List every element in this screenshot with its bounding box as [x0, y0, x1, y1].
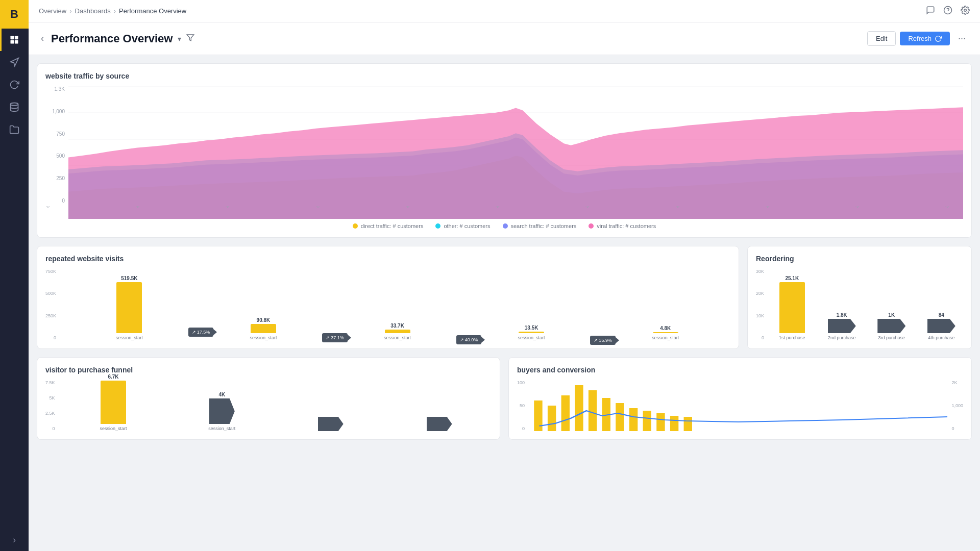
- svg-rect-29: [670, 416, 678, 431]
- more-options-icon[interactable]: ···: [954, 31, 970, 46]
- reorder-bar2-arrow: [828, 319, 856, 333]
- legend-search: search traffic: # customers: [503, 223, 577, 229]
- buyers-conversion-title: buyers and conversion: [517, 366, 963, 374]
- repeated-visits-title: repeated website visits: [45, 255, 730, 263]
- visits-bar-2: ↗17.5% 90.8K session_start: [199, 317, 329, 340]
- reorder-bar2-label: 2nd purchase: [828, 335, 856, 340]
- svg-rect-30: [684, 417, 692, 431]
- sidebar-item-dashboard[interactable]: [0, 29, 29, 51]
- bar5-rect: [653, 332, 678, 333]
- funnel-bar1-rect: [101, 381, 126, 424]
- svg-rect-19: [534, 400, 542, 431]
- middle-row: repeated website visits 750K 500K 250K 0…: [37, 246, 972, 349]
- content-area: website traffic by source 1.3K 1,000 750…: [29, 55, 980, 551]
- bar1-value: 519.5K: [121, 276, 137, 281]
- x-axis-labels: 2017-12-31 2018-03-11 2018-05-30 2018-08…: [45, 206, 963, 219]
- reorder-bar3-arrow: [877, 319, 905, 333]
- reorder-bar1-value: 25.1K: [785, 276, 799, 281]
- settings-icon[interactable]: [961, 6, 970, 17]
- svg-marker-8: [187, 35, 194, 41]
- funnel-bar4-arrow: [427, 417, 452, 431]
- dashboard-header: ‹ Performance Overview ▾ Edit Refresh ··…: [29, 22, 980, 55]
- bar3-pct: 37.1%: [331, 335, 344, 340]
- traffic-chart-title: website traffic by source: [45, 72, 963, 80]
- sidebar-item-database[interactable]: [0, 96, 29, 118]
- bar2-value: 90.8K: [257, 317, 271, 323]
- funnel-y-axis: 7.5K 5K 2.5K 0: [45, 380, 55, 431]
- bar5-arrow: ↗35.9%: [590, 336, 616, 345]
- funnel-bar3-arrow: [318, 417, 344, 431]
- app-logo: B: [0, 0, 29, 29]
- svg-point-7: [964, 9, 967, 11]
- reorder-bar4-value: 84: [939, 312, 944, 318]
- svg-marker-18: [68, 107, 963, 219]
- funnel-bar2-arrow: [209, 398, 235, 424]
- funnel-bar1-value: 6.7K: [108, 374, 118, 380]
- bar3-arrow: ↗37.1%: [322, 333, 348, 342]
- title-area: ‹ Performance Overview ▾: [39, 31, 194, 46]
- bar1-rect: [116, 282, 142, 333]
- breadcrumb-dashboards[interactable]: Dashboards: [75, 7, 111, 15]
- visits-y-axis: 750K 500K 250K 0: [45, 269, 56, 340]
- refresh-button[interactable]: Refresh: [900, 32, 950, 45]
- reorder-bar1-label: 1st purchase: [779, 335, 805, 340]
- breadcrumb-sep-1: ›: [69, 7, 71, 15]
- breadcrumb-overview[interactable]: Overview: [39, 7, 66, 15]
- bar4-pct: 40.0%: [465, 337, 478, 342]
- chat-icon[interactable]: [926, 6, 935, 17]
- bar2-arrow: ↗17.5%: [188, 328, 214, 337]
- y-axis-labels: 1.3K 1,000 750 500 250 0: [45, 86, 67, 204]
- visits-bar-4: ↗40.0% 13.5K session_start: [467, 325, 597, 340]
- filter-icon[interactable]: [186, 34, 194, 44]
- sidebar-item-folder[interactable]: [0, 118, 29, 141]
- legend-label-viral: viral traffic: # customers: [597, 223, 656, 229]
- visits-bars-area: 519.5K session_start ↗17.5% 90.8K: [64, 269, 730, 340]
- edit-button[interactable]: Edit: [867, 31, 896, 46]
- visits-bar-5: ↗35.9% 4.8K session_start: [600, 325, 730, 340]
- funnel-bar2-value: 4K: [218, 392, 225, 397]
- funnel-bar2-label: session_start: [208, 426, 235, 431]
- traffic-chart-card: website traffic by source 1.3K 1,000 750…: [37, 63, 972, 238]
- sidebar-item-refresh[interactable]: [0, 73, 29, 96]
- bar2-rect: [251, 324, 276, 333]
- bar4-value: 13.5K: [525, 325, 538, 331]
- svg-rect-22: [575, 385, 583, 431]
- visitor-funnel-title: visitor to purchase funnel: [45, 366, 492, 374]
- reorder-bars-area: 25.1K 1st purchase 1.8K 2nd purchase: [770, 269, 963, 340]
- bar5-label: session_start: [652, 335, 679, 340]
- dashboard-title: Performance Overview: [51, 32, 173, 45]
- back-button[interactable]: ‹: [39, 31, 46, 46]
- legend-direct: direct traffic: # customers: [353, 223, 424, 229]
- topnav-icons: [926, 6, 970, 17]
- title-dropdown-icon[interactable]: ▾: [178, 35, 181, 43]
- bar5-value: 4.8K: [660, 325, 671, 331]
- visitor-funnel-card: visitor to purchase funnel 7.5K 5K 2.5K …: [37, 357, 500, 440]
- buyers-chart-area: [529, 380, 947, 431]
- chart-legend: direct traffic: # customers other: # cus…: [45, 223, 963, 229]
- help-icon[interactable]: [943, 6, 952, 17]
- breadcrumb: Overview › Dashboards › Performance Over…: [39, 7, 186, 15]
- sidebar-collapse-button[interactable]: ›: [0, 529, 29, 551]
- funnel-bar-1: 6.7K session_start: [61, 374, 166, 431]
- svg-rect-23: [589, 390, 597, 431]
- bar4-arrow: ↗40.0%: [456, 335, 482, 344]
- refresh-label: Refresh: [908, 35, 932, 42]
- reordering-title: Reordering: [756, 255, 963, 263]
- sidebar-item-megaphone[interactable]: [0, 51, 29, 73]
- funnel-bar-3: [278, 417, 383, 431]
- lower-row: visitor to purchase funnel 7.5K 5K 2.5K …: [37, 357, 972, 440]
- buyers-conversion-card: buyers and conversion 100 50 0: [508, 357, 972, 440]
- buyers-y-left: 100 50 0: [517, 380, 525, 431]
- svg-rect-3: [15, 40, 18, 44]
- legend-viral: viral traffic: # customers: [589, 223, 656, 229]
- svg-point-4: [11, 103, 18, 106]
- svg-rect-28: [656, 413, 665, 431]
- reorder-bar1-rect: [779, 282, 805, 333]
- funnel-bar1-label: session_start: [100, 426, 127, 431]
- funnel-bars-area: 6.7K session_start 4K session_start: [61, 380, 492, 431]
- legend-dot-other: [435, 223, 440, 229]
- visits-bar-3: ↗37.1% 33.7K session_start: [332, 323, 462, 340]
- svg-rect-1: [15, 36, 18, 40]
- legend-dot-viral: [589, 223, 594, 229]
- reorder-bar4-label: 4th purchase: [928, 335, 954, 340]
